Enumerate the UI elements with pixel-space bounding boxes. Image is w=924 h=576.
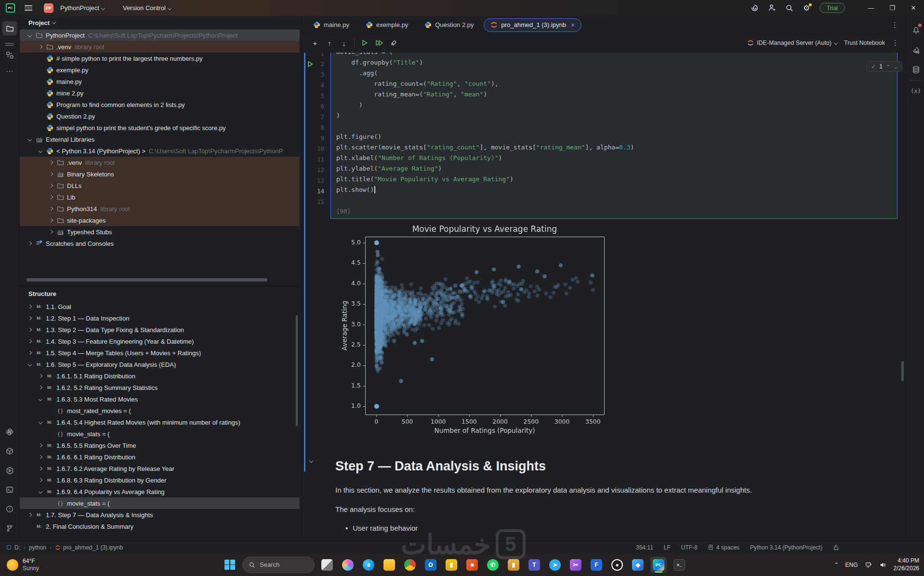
breadcrumb-file[interactable]: pro_ahmed_1 (3).ipynb xyxy=(63,544,123,551)
move-cell-down-icon[interactable]: ↓ xyxy=(338,37,350,49)
project-tree-row[interactable]: Lib xyxy=(20,191,300,203)
chevron-down-icon[interactable] xyxy=(26,138,34,141)
add-cell-icon[interactable]: + xyxy=(309,37,321,49)
project-tree-row[interactable]: Typeshed Stubs xyxy=(20,226,300,238)
taskbar-app-task-view[interactable] xyxy=(319,557,335,573)
code-line[interactable]: plt.xlabel("Number of Ratings (Popularit… xyxy=(331,154,897,165)
taskbar-app-file-explorer[interactable] xyxy=(381,557,397,573)
chevron-down-icon[interactable] xyxy=(26,363,34,366)
structure-tree-row[interactable]: M↓1.6.4. 5.4 Highest Rated Movies (with … xyxy=(20,416,300,428)
project-tree-row[interactable]: DLLs xyxy=(20,180,300,191)
structure-tree-row[interactable]: M↓1.1. Goal xyxy=(20,301,300,312)
close-tab-icon[interactable]: × xyxy=(571,21,575,29)
chevron-right-icon[interactable] xyxy=(47,196,55,199)
structure-tree-row[interactable]: M↓1.6. Step 5 — Exploratory Data Analysi… xyxy=(20,359,300,370)
chevron-right-icon[interactable] xyxy=(47,207,55,210)
collapse-cell-icon[interactable] xyxy=(310,455,313,464)
chevron-right-icon[interactable] xyxy=(36,375,45,377)
git-branch-icon[interactable] xyxy=(2,521,17,536)
horizontal-scrollbar[interactable] xyxy=(26,278,267,281)
project-tree-row[interactable]: Binary Skeletons xyxy=(20,168,300,180)
chevron-right-icon[interactable] xyxy=(26,305,34,308)
taskbar-app-telegram[interactable]: ➤ xyxy=(547,557,563,573)
main-menu-icon[interactable] xyxy=(25,5,32,11)
database-icon[interactable] xyxy=(910,63,922,76)
project-tree-row[interactable]: exemple.py xyxy=(20,64,300,76)
project-tree-row[interactable]: Scratches and Consoles xyxy=(20,238,300,249)
project-tree-row[interactable]: PythonProjectC:\Users\Soft LapTop\Pychar… xyxy=(20,29,300,41)
structure-tree-row[interactable]: M↓1.6.3. 5.3 Most Rated Movies xyxy=(20,393,300,405)
execution-badge[interactable]: ✓ 1 ⌃ ⌃ xyxy=(866,61,902,72)
code-line[interactable]: ) xyxy=(331,112,897,122)
line-ending[interactable]: LF xyxy=(664,544,671,551)
run-all-cells-icon[interactable] xyxy=(373,37,385,49)
taskbar-app-obs[interactable]: ● xyxy=(609,557,625,573)
start-button[interactable] xyxy=(222,557,238,573)
tab-options-icon[interactable]: ⋮ xyxy=(891,21,899,29)
project-tree-row[interactable]: maine.py xyxy=(20,76,300,87)
project-tree-row[interactable]: .venvlibrary root xyxy=(20,157,300,168)
move-cell-up-icon[interactable]: ↑ xyxy=(323,37,336,49)
breadcrumb-folder[interactable]: python xyxy=(29,544,46,551)
chevron-right-icon[interactable] xyxy=(47,173,55,175)
chevron-right-icon[interactable] xyxy=(36,455,45,458)
taskbar-app-teams[interactable]: T xyxy=(526,557,542,573)
tab-exemple-py[interactable]: exemple.py xyxy=(359,19,414,31)
language-indicator[interactable]: ENG xyxy=(845,562,858,568)
code-line[interactable] xyxy=(331,122,897,133)
clock[interactable]: 4:40 PM 2/26/2026 xyxy=(894,557,919,572)
project-tree-row[interactable]: simpel python to print the student's gre… xyxy=(20,122,300,134)
chevron-right-icon[interactable] xyxy=(36,479,45,482)
chevron-right-icon[interactable] xyxy=(26,328,34,331)
structure-tree-row[interactable]: M↓1.6.5. 5.5 Ratings Over Time xyxy=(20,440,300,451)
taskbar-app-pycharm[interactable]: PC xyxy=(650,557,667,573)
trial-badge[interactable]: Trial xyxy=(819,3,845,13)
notifications-bell-icon[interactable] xyxy=(910,24,922,36)
vcs-menu[interactable]: Version Control xyxy=(120,2,174,13)
structure-tree-row[interactable]: M↓1.6.8. 6.3 Rating Distribution by Gend… xyxy=(20,474,300,486)
run-cell-gutter-icon[interactable] xyxy=(307,61,314,67)
more-tools-icon[interactable]: ⋯ xyxy=(2,64,17,79)
chevron-right-icon[interactable] xyxy=(26,351,34,354)
taskbar-app-paint3d[interactable]: ◆ xyxy=(630,557,646,573)
run-cell-icon[interactable] xyxy=(358,37,371,49)
chevron-right-icon[interactable] xyxy=(47,184,55,187)
taskbar-app-outlook[interactable]: O xyxy=(422,557,439,573)
project-tree-row[interactable]: Python314library root xyxy=(20,203,300,214)
chevron-right-icon[interactable] xyxy=(36,45,45,48)
caret-position[interactable]: 354:11 xyxy=(636,544,653,551)
chevron-right-icon[interactable] xyxy=(36,444,45,447)
minimize-button[interactable]: — xyxy=(860,0,882,16)
editor-scrollbar[interactable] xyxy=(901,361,904,381)
tab-pro-ahmed-1-3-ipynb[interactable]: pro_ahmed_1 (3).ipynb× xyxy=(484,18,581,32)
file-encoding[interactable]: UTF-8 xyxy=(681,544,698,551)
restore-button[interactable]: ❐ xyxy=(882,0,903,16)
code-line[interactable]: movie_stats = ( xyxy=(331,53,897,59)
lock-icon[interactable] xyxy=(833,544,839,550)
chevron-right-icon[interactable] xyxy=(47,230,55,233)
structure-tree-row[interactable]: M↓1.6.6. 6.1 Rating Distribution xyxy=(20,451,300,463)
variables-icon[interactable]: (x) xyxy=(910,85,922,97)
interpreter-selector[interactable]: Python 3.14 (PythonProject) xyxy=(750,544,822,551)
taskbar-app-gold-chart[interactable]: ▮ xyxy=(505,557,522,573)
taskbar-app-terminal[interactable]: >_ xyxy=(671,557,687,573)
tab-question-2-py[interactable]: Question 2.py xyxy=(418,19,480,31)
chevron-down-icon[interactable] xyxy=(36,421,45,424)
volume-icon[interactable] xyxy=(879,562,887,568)
structure-tree-row[interactable]: M↓1.7. Step 7 — Data Analysis & Insights xyxy=(20,509,300,521)
taskbar-app-powerbi[interactable]: ▮ xyxy=(443,557,460,573)
code-line[interactable]: plt.figure() xyxy=(331,133,897,144)
structure-tree-row[interactable]: {}most_rated_movies = ( xyxy=(20,405,300,416)
project-menu[interactable]: PythonProject xyxy=(57,2,107,13)
code-line[interactable]: plt.scatter(movie_stats["rating_count"],… xyxy=(331,144,897,154)
terminal-tool-icon[interactable] xyxy=(2,482,17,497)
taskbar-app-whatsapp[interactable]: ✆ xyxy=(485,557,501,573)
chevron-right-icon[interactable] xyxy=(26,242,34,245)
project-tree-row[interactable]: mine 2.py xyxy=(20,87,300,99)
project-tree-row[interactable]: # simple python to print the largest thr… xyxy=(20,53,300,64)
structure-tree-row[interactable]: M↓2. Final Conclusion & Summary xyxy=(20,521,300,532)
project-tool-icon[interactable] xyxy=(2,21,17,36)
code-line[interactable]: ) xyxy=(331,101,897,112)
taskbar-app-copilot[interactable] xyxy=(340,557,356,573)
network-icon[interactable] xyxy=(865,562,872,568)
